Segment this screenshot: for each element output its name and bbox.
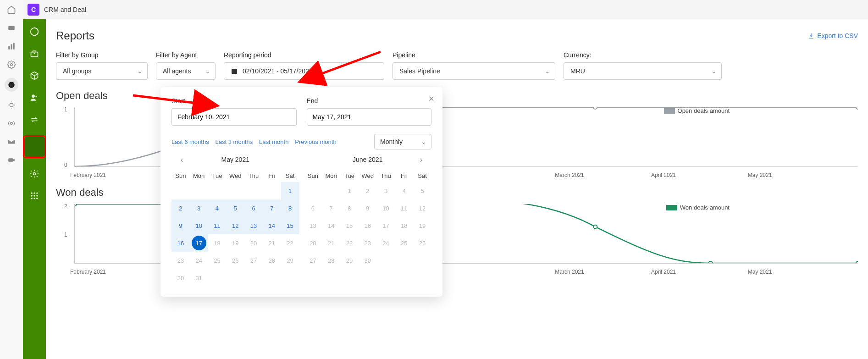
calendar-day[interactable]: 29: [281, 252, 299, 269]
overview-icon[interactable]: [29, 26, 40, 37]
calendar-day[interactable]: 23: [171, 252, 190, 269]
calendar-day[interactable]: 10: [377, 199, 395, 217]
calendar-day[interactable]: 18: [395, 217, 413, 234]
calendar-day[interactable]: 12: [413, 199, 431, 217]
calendar-day[interactable]: 29: [340, 252, 359, 269]
calendar-day[interactable]: 15: [340, 217, 359, 234]
calendar-day[interactable]: 4: [395, 182, 413, 199]
filter-pipeline-label: Pipeline: [393, 51, 555, 59]
calendar-day[interactable]: 3: [190, 199, 208, 217]
settings-icon[interactable]: [29, 168, 40, 179]
people-icon[interactable]: [29, 92, 40, 103]
calendar-day[interactable]: 3: [377, 182, 395, 199]
filter-currency-select[interactable]: MRU⌄: [564, 62, 722, 80]
calendar-day[interactable]: 16: [359, 217, 377, 234]
broadcast-icon[interactable]: [6, 118, 17, 128]
calendar-day[interactable]: 13: [304, 217, 322, 234]
calendar-day[interactable]: 31: [190, 269, 208, 287]
calendar-day[interactable]: 24: [377, 234, 395, 252]
calendar-day[interactable]: 23: [359, 234, 377, 252]
calendar-day[interactable]: 13: [244, 217, 263, 234]
calendar-day[interactable]: 8: [340, 199, 359, 217]
calendar-day[interactable]: 19: [413, 217, 431, 234]
calendar-day[interactable]: 7: [263, 199, 281, 217]
calendar-day[interactable]: 28: [263, 252, 281, 269]
filter-group-select[interactable]: All groups⌄: [56, 62, 148, 80]
calendar-day-selected[interactable]: 17: [190, 234, 208, 252]
calendar-day[interactable]: 27: [304, 252, 322, 269]
calendar-day[interactable]: 14: [263, 217, 281, 234]
calendar-day[interactable]: 26: [413, 234, 431, 252]
calendar-day[interactable]: 20: [304, 234, 322, 252]
calendar-day[interactable]: 8: [281, 199, 299, 217]
calendar-day[interactable]: 24: [190, 252, 208, 269]
calendar-day[interactable]: 5: [226, 199, 244, 217]
apps-icon[interactable]: [29, 190, 40, 201]
start-date-input[interactable]: [171, 108, 297, 126]
filter-agent-select[interactable]: All agents⌄: [156, 62, 216, 80]
calendar-day[interactable]: 28: [322, 252, 340, 269]
reports-icon[interactable]: [24, 136, 45, 157]
transfer-icon[interactable]: [29, 114, 40, 125]
bar-chart-icon[interactable]: [6, 41, 17, 51]
calendar-day[interactable]: 7: [322, 199, 340, 217]
calendar-day[interactable]: 12: [226, 217, 244, 234]
calendar-day[interactable]: 4: [208, 199, 227, 217]
calendar-day[interactable]: 25: [208, 252, 227, 269]
export-csv-link[interactable]: Export to CSV: [808, 32, 858, 39]
close-icon[interactable]: ✕: [428, 94, 434, 103]
calendar-day[interactable]: 5: [413, 182, 431, 199]
filter-currency-label: Currency:: [564, 51, 722, 59]
calendar-day[interactable]: 22: [281, 234, 299, 252]
calendar-day[interactable]: 2: [359, 182, 377, 199]
filter-pipeline-select[interactable]: Sales Pipeline⌄: [393, 62, 555, 80]
calendar-day[interactable]: 19: [226, 234, 244, 252]
last-month-link[interactable]: Last month: [259, 138, 288, 145]
calendar-day[interactable]: 11: [208, 217, 227, 234]
calendar-day[interactable]: 6: [304, 199, 322, 217]
next-month-arrow[interactable]: ›: [417, 156, 425, 164]
calendar-day[interactable]: 15: [281, 217, 299, 234]
briefcase-icon[interactable]: [29, 48, 40, 59]
calendar-day[interactable]: 9: [359, 199, 377, 217]
calendar-day[interactable]: 2: [171, 199, 190, 217]
calendar-day[interactable]: 20: [244, 234, 263, 252]
calendar-day[interactable]: 9: [171, 217, 190, 234]
calendar-day[interactable]: 18: [208, 234, 227, 252]
calendar-day[interactable]: 14: [322, 217, 340, 234]
mail-icon[interactable]: [6, 137, 17, 147]
end-date-input[interactable]: [307, 108, 432, 126]
calendar-day[interactable]: 30: [359, 252, 377, 269]
calendar-day[interactable]: 1: [340, 182, 359, 199]
calendar-day[interactable]: 30: [171, 269, 190, 287]
granularity-select[interactable]: Monthly⌄: [374, 134, 431, 149]
filter-period-select[interactable]: 02/10/2021 - 05/17/2021: [224, 62, 384, 80]
previous-month-link[interactable]: Previous month: [295, 138, 336, 145]
y-tick: 1: [64, 106, 67, 113]
calendar-day[interactable]: 25: [395, 234, 413, 252]
gear-icon[interactable]: [6, 60, 17, 70]
calendar-day[interactable]: 21: [263, 234, 281, 252]
crm-app-icon[interactable]: [5, 78, 18, 92]
weather-icon[interactable]: [6, 100, 17, 110]
svg-point-16: [33, 193, 35, 194]
inbox-icon[interactable]: [6, 23, 17, 33]
calendar-day[interactable]: 11: [395, 199, 413, 217]
video-icon[interactable]: [6, 155, 17, 165]
x-tick: March 2021: [555, 269, 584, 275]
prev-month-arrow[interactable]: ‹: [178, 156, 186, 164]
cube-icon[interactable]: [29, 70, 40, 81]
last-6-months-link[interactable]: Last 6 months: [171, 138, 209, 145]
svg-point-20: [36, 195, 38, 196]
calendar-day[interactable]: 16: [171, 234, 190, 252]
calendar-day[interactable]: 27: [244, 252, 263, 269]
calendar-day[interactable]: 26: [226, 252, 244, 269]
calendar-day[interactable]: 1: [281, 182, 299, 199]
calendar-day[interactable]: 17: [377, 217, 395, 234]
calendar-day[interactable]: 21: [322, 234, 340, 252]
calendar-day[interactable]: 10: [190, 217, 208, 234]
calendar-day[interactable]: 22: [340, 234, 359, 252]
home-icon[interactable]: [6, 5, 17, 15]
last-3-months-link[interactable]: Last 3 months: [216, 138, 253, 145]
calendar-day[interactable]: 6: [244, 199, 263, 217]
